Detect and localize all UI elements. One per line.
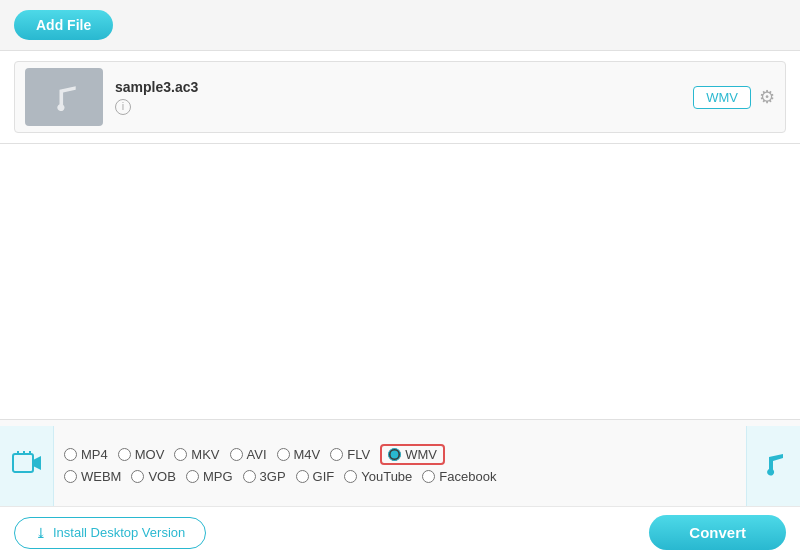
format-label-mpg: MPG	[203, 469, 233, 484]
install-desktop-button[interactable]: ⤓ Install Desktop Version	[14, 517, 206, 549]
file-info: sample3.ac3 i	[115, 79, 693, 115]
format-label-mp4: MP4	[81, 447, 108, 462]
file-item: sample3.ac3 i WMV ⚙	[14, 61, 786, 133]
format-label-wmv: WMV	[405, 447, 437, 462]
radio-facebook[interactable]	[422, 470, 435, 483]
format-option-m4v[interactable]: M4V	[277, 447, 321, 462]
format-option-vob[interactable]: VOB	[131, 469, 175, 484]
radio-webm[interactable]	[64, 470, 77, 483]
format-option-wmv[interactable]: WMV	[380, 444, 445, 465]
format-option-gif[interactable]: GIF	[296, 469, 335, 484]
format-badge-button[interactable]: WMV	[693, 86, 751, 109]
format-label-m4v: M4V	[294, 447, 321, 462]
convert-button[interactable]: Convert	[649, 515, 786, 550]
audio-format-icon-box[interactable]	[746, 426, 800, 506]
file-thumbnail	[25, 68, 103, 126]
video-icon	[11, 447, 43, 486]
radio-mov[interactable]	[118, 448, 131, 461]
download-icon: ⤓	[35, 525, 47, 541]
format-label-flv: FLV	[347, 447, 370, 462]
radio-gif[interactable]	[296, 470, 309, 483]
format-option-mp4[interactable]: MP4	[64, 447, 108, 462]
file-actions: WMV ⚙	[693, 86, 775, 109]
format-option-flv[interactable]: FLV	[330, 447, 370, 462]
radio-mpg[interactable]	[186, 470, 199, 483]
radio-m4v[interactable]	[277, 448, 290, 461]
top-bar: Add File	[0, 0, 800, 51]
format-label-vob: VOB	[148, 469, 175, 484]
radio-mkv[interactable]	[174, 448, 187, 461]
format-option-webm[interactable]: WEBM	[64, 469, 121, 484]
settings-icon[interactable]: ⚙	[759, 86, 775, 108]
format-bar: MP4 MOV MKV AVI M4V FLV WM	[0, 419, 800, 558]
format-label-avi: AVI	[247, 447, 267, 462]
radio-vob[interactable]	[131, 470, 144, 483]
file-list-area: sample3.ac3 i WMV ⚙	[0, 51, 800, 144]
radio-wmv[interactable]	[388, 448, 401, 461]
format-label-gif: GIF	[313, 469, 335, 484]
format-row-2: WEBM VOB MPG 3GP GIF YouTube	[64, 469, 736, 484]
format-option-3gp[interactable]: 3GP	[243, 469, 286, 484]
main-content	[0, 144, 800, 429]
footer-row: ⤓ Install Desktop Version Convert	[0, 506, 800, 558]
radio-avi[interactable]	[230, 448, 243, 461]
format-option-youtube[interactable]: YouTube	[344, 469, 412, 484]
radio-3gp[interactable]	[243, 470, 256, 483]
add-file-button[interactable]: Add File	[14, 10, 113, 40]
format-option-mpg[interactable]: MPG	[186, 469, 233, 484]
file-name: sample3.ac3	[115, 79, 693, 95]
format-option-avi[interactable]: AVI	[230, 447, 267, 462]
format-label-3gp: 3GP	[260, 469, 286, 484]
format-option-mov[interactable]: MOV	[118, 447, 165, 462]
video-format-icon-box[interactable]	[0, 426, 54, 506]
format-option-facebook[interactable]: Facebook	[422, 469, 496, 484]
radio-flv[interactable]	[330, 448, 343, 461]
format-label-youtube: YouTube	[361, 469, 412, 484]
format-option-mkv[interactable]: MKV	[174, 447, 219, 462]
format-label-webm: WEBM	[81, 469, 121, 484]
music-icon	[46, 79, 82, 115]
svg-marker-1	[33, 456, 41, 470]
svg-rect-0	[13, 454, 33, 472]
format-label-facebook: Facebook	[439, 469, 496, 484]
format-label-mkv: MKV	[191, 447, 219, 462]
radio-mp4[interactable]	[64, 448, 77, 461]
format-options-row: MP4 MOV MKV AVI M4V FLV WM	[0, 420, 800, 506]
format-row-1: MP4 MOV MKV AVI M4V FLV WM	[64, 444, 736, 465]
info-icon[interactable]: i	[115, 99, 131, 115]
audio-icon	[760, 449, 788, 483]
install-label: Install Desktop Version	[53, 525, 185, 540]
radio-youtube[interactable]	[344, 470, 357, 483]
format-label-mov: MOV	[135, 447, 165, 462]
format-options: MP4 MOV MKV AVI M4V FLV WM	[54, 440, 746, 492]
